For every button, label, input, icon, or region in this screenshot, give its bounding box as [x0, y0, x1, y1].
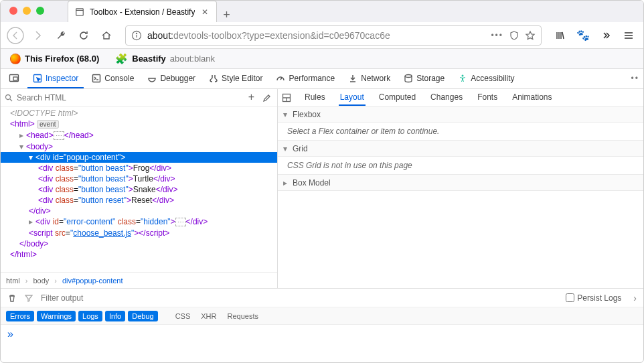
- search-html-input[interactable]: [17, 93, 244, 102]
- grid-header[interactable]: ▾Grid: [278, 141, 643, 157]
- tree-body-open[interactable]: ▾<body>: [1, 141, 277, 152]
- devtools-overflow-button[interactable]: ••: [626, 69, 641, 88]
- pill-xhr[interactable]: XHR: [197, 311, 220, 321]
- svg-point-20: [462, 74, 464, 76]
- firefox-context[interactable]: This Firefox (68.0): [10, 54, 99, 64]
- tab-storage[interactable]: Storage: [398, 69, 450, 88]
- inspector-icon: [33, 74, 42, 83]
- svg-line-17: [280, 78, 282, 80]
- console-prompt-icon: »: [7, 328, 13, 340]
- tree-beast-snake[interactable]: <div class="button beast">Snake</div>: [1, 184, 277, 195]
- trash-icon[interactable]: [7, 293, 17, 303]
- tab-layout[interactable]: Layout: [339, 90, 366, 106]
- browser-tab[interactable]: Toolbox - Extension / Beastify ✕: [68, 1, 217, 22]
- tree-doctype[interactable]: <!DOCTYPE html>: [1, 108, 277, 119]
- svg-point-21: [6, 94, 11, 99]
- forward-button[interactable]: [29, 26, 48, 45]
- window-minimize-button[interactable]: [23, 7, 31, 15]
- iframe-picker-button[interactable]: [3, 69, 25, 88]
- search-icon: [5, 94, 13, 102]
- overflow-icon[interactable]: [596, 26, 615, 45]
- extension-icon: 🧩: [115, 53, 128, 65]
- pill-warnings[interactable]: Warnings: [37, 311, 76, 321]
- tree-error-content[interactable]: ▸<div id="error-content" class="hidden">…: [1, 216, 277, 228]
- tree-html-open[interactable]: <html> event: [1, 119, 277, 130]
- svg-point-19: [405, 74, 412, 77]
- extension-context[interactable]: 🧩 Beastify about:blank: [115, 53, 215, 65]
- home-button[interactable]: [97, 26, 116, 45]
- more-icon[interactable]: •••: [491, 31, 503, 40]
- library-icon[interactable]: [551, 26, 570, 45]
- window-zoom-button[interactable]: [36, 7, 44, 15]
- tree-reset[interactable]: <div class="button reset">Reset</div>: [1, 195, 277, 206]
- tree-beast-frog[interactable]: <div class="button beast">Frog</div>: [1, 163, 277, 173]
- tab-rules[interactable]: Rules: [303, 90, 327, 106]
- box-model-header[interactable]: ▸Box Model: [278, 175, 643, 191]
- add-node-button[interactable]: +: [248, 93, 254, 102]
- tab-close-button[interactable]: ✕: [200, 7, 210, 17]
- pill-requests[interactable]: Requests: [224, 311, 262, 321]
- reload-button[interactable]: [74, 26, 93, 45]
- paw-icon[interactable]: 🐾: [574, 26, 592, 45]
- persist-logs-checkbox[interactable]: [566, 293, 574, 302]
- console-input-row[interactable]: »: [1, 324, 643, 343]
- pill-css[interactable]: CSS: [171, 311, 195, 321]
- layout-pane-icon[interactable]: [282, 93, 291, 102]
- event-badge[interactable]: event: [37, 120, 58, 129]
- dom-tree[interactable]: <!DOCTYPE html> <html> event ▸<head>⋯</h…: [1, 106, 277, 272]
- menu-button[interactable]: [619, 26, 638, 45]
- crumb-body[interactable]: body: [33, 277, 49, 285]
- tree-beast-turtle[interactable]: <div class="button beast">Turtle</div>: [1, 173, 277, 184]
- console-filter-pills: Errors Warnings Logs Info Debug CSS XHR …: [1, 307, 643, 324]
- inspector-search-row: +: [1, 89, 277, 106]
- url-bar[interactable]: about:devtools-toolbox?type=extension&id…: [125, 25, 542, 46]
- tab-accessibility[interactable]: Accessibility: [453, 69, 519, 88]
- tab-fonts[interactable]: Fonts: [476, 90, 499, 106]
- tab-changes[interactable]: Changes: [429, 90, 464, 106]
- funnel-icon: [25, 294, 33, 302]
- star-icon[interactable]: [525, 30, 536, 41]
- new-tab-button[interactable]: +: [217, 8, 236, 22]
- pill-errors[interactable]: Errors: [6, 311, 34, 321]
- back-button[interactable]: [6, 26, 25, 45]
- info-icon[interactable]: [131, 30, 142, 41]
- tree-body-close[interactable]: </body>: [1, 238, 277, 249]
- tree-head[interactable]: ▸<head>⋯</head>: [1, 130, 277, 141]
- tree-html-close[interactable]: </html>: [1, 249, 277, 260]
- tree-popup-content[interactable]: ▾<div id="popup-content">: [1, 152, 277, 163]
- crumb-html[interactable]: html: [6, 277, 20, 285]
- persist-logs-toggle[interactable]: Persist Logs: [566, 293, 621, 303]
- expand-icon[interactable]: ›: [633, 293, 637, 303]
- tab-computed[interactable]: Computed: [378, 90, 417, 106]
- tab-debugger[interactable]: Debugger: [142, 69, 201, 88]
- chevron-right-icon: ▸: [283, 178, 290, 188]
- pill-info[interactable]: Info: [105, 311, 125, 321]
- svg-line-22: [10, 99, 12, 101]
- console-icon: [92, 74, 101, 83]
- tab-animations[interactable]: Animations: [511, 90, 553, 106]
- svg-rect-0: [76, 8, 84, 15]
- crumb-current[interactable]: div#popup-content: [62, 277, 123, 285]
- svg-point-2: [7, 27, 23, 44]
- tree-popup-close[interactable]: </div>: [1, 206, 277, 216]
- svg-line-9: [562, 32, 564, 39]
- pill-logs[interactable]: Logs: [78, 311, 102, 321]
- pill-debug[interactable]: Debug: [128, 311, 157, 321]
- window-close-button[interactable]: [9, 7, 17, 15]
- tab-console[interactable]: Console: [86, 69, 139, 88]
- tab-performance[interactable]: Performance: [270, 69, 340, 88]
- chevron-down-icon: ▾: [283, 144, 290, 153]
- console-filter-input[interactable]: [41, 293, 558, 303]
- tab-network[interactable]: Network: [343, 69, 396, 88]
- flexbox-header[interactable]: ▾Flexbox: [278, 106, 643, 123]
- reader-shield-icon[interactable]: [509, 30, 519, 41]
- eyedropper-button[interactable]: [261, 93, 270, 102]
- accessibility-icon: [458, 74, 467, 83]
- firefox-label: This Firefox (68.0): [25, 54, 99, 64]
- wrench-icon[interactable]: [52, 26, 70, 45]
- breadcrumb: html› body› div#popup-content: [1, 272, 277, 288]
- tab-style-editor[interactable]: Style Editor: [204, 69, 268, 88]
- performance-icon: [276, 74, 285, 83]
- tab-inspector[interactable]: Inspector: [27, 69, 84, 88]
- tree-script[interactable]: <script src="choose_beast.js"></script>: [1, 228, 277, 238]
